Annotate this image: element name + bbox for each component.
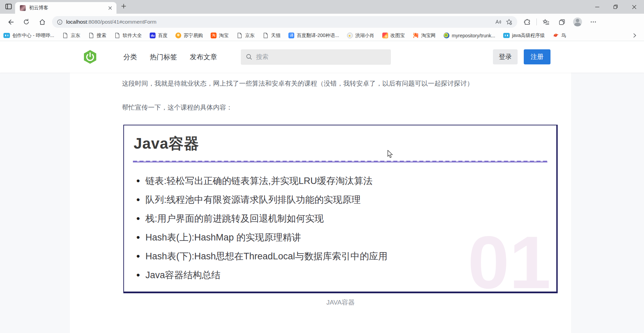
site-info-icon[interactable] bbox=[57, 19, 63, 25]
settings-menu-button[interactable] bbox=[587, 15, 600, 28]
tab-actions-menu-button[interactable] bbox=[3, 1, 14, 12]
bookmark-item[interactable]: du 百度 bbox=[150, 33, 168, 39]
collections-icon bbox=[558, 18, 566, 26]
course-bullet: Hash表(上):HashMap 的实现原理精讲 bbox=[136, 228, 556, 247]
page-icon bbox=[88, 33, 94, 39]
taobao-icon: 淘 bbox=[211, 33, 216, 38]
spring-boot-logo-icon bbox=[83, 49, 98, 64]
read-aloud-icon bbox=[495, 18, 501, 25]
bookmark-item[interactable]: 译 百度翻译-200种语... bbox=[288, 33, 339, 39]
browser-tab-strip: 初云博客 bbox=[0, 0, 644, 14]
tab-favicon bbox=[20, 5, 26, 11]
profile-button[interactable] bbox=[571, 15, 584, 28]
page-icon bbox=[114, 33, 120, 39]
image-caption: JAVA容器 bbox=[123, 298, 558, 307]
bookmark-label: 搜索 bbox=[97, 33, 106, 39]
star-add-icon bbox=[506, 18, 512, 25]
bookmark-item[interactable]: 苏宁易购 bbox=[175, 33, 203, 39]
tab-title: 初云博客 bbox=[29, 5, 107, 11]
plus-icon bbox=[121, 4, 126, 9]
bookmark-item[interactable]: 鸟 bbox=[553, 33, 566, 39]
bookmark-item[interactable]: 软件大全 bbox=[114, 33, 142, 39]
mouse-cursor bbox=[386, 150, 394, 158]
site-logo[interactable] bbox=[83, 49, 98, 64]
register-button[interactable]: 注册 bbox=[524, 49, 550, 64]
bookmark-item[interactable]: 淘 淘宝 bbox=[211, 33, 228, 39]
baidu-icon: du bbox=[150, 33, 156, 38]
course-bullet-list: 链表:轻松写出正确的链表算法,并实现LRU缓存淘汰算法 队列:线程池中有限资源请… bbox=[136, 171, 556, 284]
bookmark-label: 京东 bbox=[71, 33, 80, 39]
bookmark-item[interactable]: 创作中心 - 哔哩哔... bbox=[3, 33, 54, 39]
minimize-button[interactable] bbox=[592, 2, 602, 12]
course-slide-title: Java容器 bbox=[134, 134, 556, 154]
bookmark-label: 改图宝 bbox=[391, 33, 405, 39]
tab-close-icon[interactable] bbox=[107, 5, 113, 11]
page-body: 这段时间，我就是待就业状态，网上找了一些算法和安卓有关的课程（没错，我转安卓了，… bbox=[0, 73, 644, 333]
login-button[interactable]: 登录 bbox=[493, 49, 518, 64]
search-icon bbox=[246, 53, 252, 61]
bookmark-item[interactable]: 洪湖小肖 bbox=[347, 33, 374, 39]
bookmark-label: 软件大全 bbox=[123, 33, 142, 39]
search-input[interactable] bbox=[256, 53, 386, 61]
collections-button[interactable] bbox=[555, 15, 568, 28]
course-divider-line bbox=[133, 161, 547, 162]
read-aloud-button[interactable] bbox=[493, 16, 504, 27]
refresh-icon bbox=[23, 18, 30, 25]
puzzle-icon bbox=[524, 18, 531, 26]
vertical-tabs-icon bbox=[5, 3, 12, 10]
bookmark-label: 洪湖小肖 bbox=[355, 33, 374, 39]
course-slide-image: Java容器 链表:轻松写出正确的链表算法,并实现LRU缓存淘汰算法 队列:线程… bbox=[123, 125, 558, 293]
favorites-button[interactable] bbox=[540, 15, 553, 28]
course-bullet: Java容器结构总结 bbox=[136, 266, 556, 284]
bookmark-label: 苏宁易购 bbox=[184, 33, 203, 39]
bookmark-label: 鸟 bbox=[561, 33, 566, 39]
bookmark-label: 创作中心 - 哔哩哔... bbox=[12, 33, 54, 39]
bookmark-item[interactable]: 天猫 bbox=[262, 33, 281, 39]
favorites-star-list-icon bbox=[543, 18, 550, 26]
repository-icon bbox=[444, 33, 449, 38]
bookmark-item[interactable]: 京东 bbox=[62, 33, 80, 39]
red-bird-icon bbox=[553, 33, 559, 39]
refresh-button[interactable] bbox=[20, 15, 33, 28]
honghu-icon bbox=[347, 33, 353, 38]
bookmark-item[interactable]: 京东 bbox=[236, 33, 255, 39]
nav-categories[interactable]: 分类 bbox=[123, 52, 137, 62]
bookmark-item[interactable]: java高级程序猿 bbox=[503, 33, 545, 39]
restore-button[interactable] bbox=[610, 2, 621, 12]
bookmark-label: 淘宝网 bbox=[421, 33, 436, 39]
browser-tab-active[interactable]: 初云博客 bbox=[15, 2, 116, 14]
back-button[interactable] bbox=[4, 15, 17, 28]
close-window-button[interactable] bbox=[629, 2, 639, 12]
home-icon bbox=[39, 18, 46, 26]
toolbar-right-icons bbox=[521, 15, 600, 28]
extensions-button[interactable] bbox=[521, 15, 534, 28]
window-controls bbox=[592, 0, 641, 14]
bilibili-icon bbox=[3, 33, 10, 38]
new-tab-button[interactable] bbox=[119, 1, 129, 11]
back-icon bbox=[7, 18, 14, 26]
three-dots-icon bbox=[590, 19, 596, 25]
browser-toolbar: localhost:8080/post/41#commentForm bbox=[0, 14, 644, 30]
bookmark-item[interactable]: 搜索 bbox=[88, 33, 106, 39]
bookmark-item[interactable]: 淘 淘宝网 bbox=[413, 33, 436, 39]
add-favorite-button[interactable] bbox=[504, 16, 515, 27]
toolbar-separator bbox=[536, 18, 537, 25]
address-bar[interactable]: localhost:8080/post/41#commentForm bbox=[52, 16, 517, 28]
bookmark-item[interactable]: 改图宝 bbox=[382, 33, 405, 39]
course-bullet: 链表:轻松写出正确的链表算法,并实现LRU缓存淘汰算法 bbox=[136, 171, 556, 190]
url-text[interactable]: localhost:8080/post/41#commentForm bbox=[66, 19, 157, 25]
bookmarks-bar: 创作中心 - 哔哩哔... 京东 搜索 软件大全 du 百度 苏宁易购 淘 淘宝… bbox=[0, 30, 644, 41]
bookmark-item[interactable]: myrepository/trunk... bbox=[444, 33, 495, 38]
profile-avatar bbox=[573, 17, 582, 26]
search-box[interactable] bbox=[241, 49, 391, 65]
home-button[interactable] bbox=[36, 15, 49, 28]
site-header: 分类 热门标签 发布文章 登录 注册 bbox=[0, 41, 644, 73]
page-icon bbox=[262, 33, 269, 39]
bookmark-label: 京东 bbox=[245, 33, 255, 39]
nav-publish-article[interactable]: 发布文章 bbox=[190, 52, 217, 62]
nav-hot-tags[interactable]: 热门标签 bbox=[150, 52, 177, 62]
bookmark-label: 百度 bbox=[158, 33, 168, 39]
bookmarks-overflow-button[interactable] bbox=[631, 32, 638, 39]
suning-lion-icon bbox=[175, 33, 181, 38]
url-path: :8080/post/41#commentForm bbox=[87, 19, 156, 25]
